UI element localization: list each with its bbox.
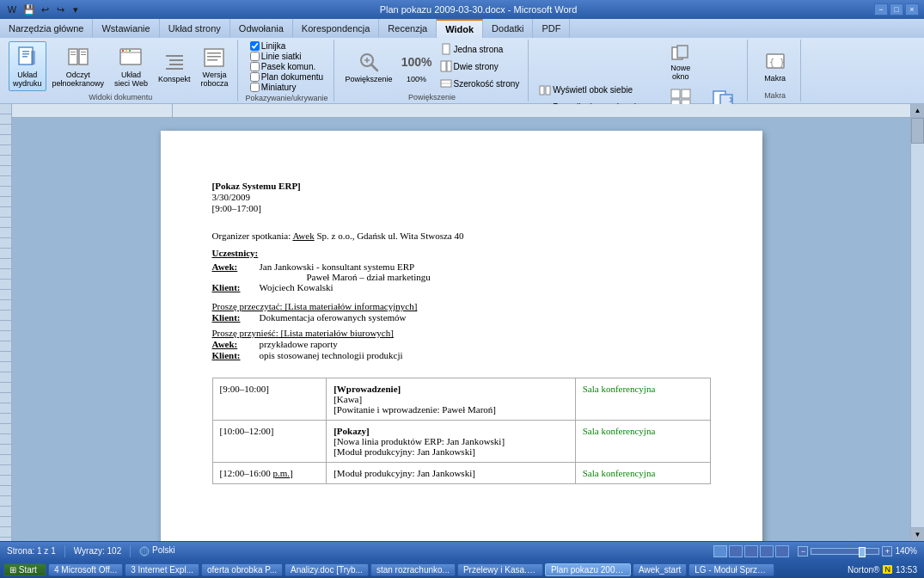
view-mode-3[interactable] (744, 545, 758, 557)
taskbar-item-2[interactable]: oferta obrobka P... (201, 563, 283, 576)
uklad-sieci-btn[interactable]: Układsieci Web (110, 41, 152, 91)
table-row: [10:00–12:00] [Pokazy] [Nowa linia produ… (212, 421, 710, 463)
tab-recenzja[interactable]: Recenzja (379, 19, 437, 38)
tab-wstawianie[interactable]: Wstawianie (93, 19, 159, 38)
document-page: [Pokaz Systemu ERP] 3/30/2009 [9:00–17:0… (161, 131, 762, 541)
norton-badge: Norton® (848, 565, 879, 575)
checkbox-linie-siatki[interactable]: Linie siatki (250, 52, 302, 61)
powiekszenie-group-label: Powiększenie (408, 91, 456, 101)
konspekt-label: Konspekt (158, 76, 191, 84)
zoom-out-btn[interactable]: − (798, 546, 808, 556)
uklad-sieci-icon (117, 44, 144, 71)
taskbar-item-8[interactable]: LG - Moduł Sprze... (688, 563, 774, 576)
doc-scroll-area[interactable]: [Pokaz Systemu ERP] 3/30/2009 [9:00–17:0… (12, 104, 910, 541)
activity-cell-2: [Pokazy] [Nowa linia produktów ERP: Jan … (327, 421, 576, 463)
main-wrapper: [Pokaz Systemu ERP] 3/30/2009 [9:00–17:0… (0, 104, 924, 541)
scroll-down-btn[interactable]: ▼ (911, 527, 924, 541)
taskbar-item-3[interactable]: Analizy.doc [Tryb... (285, 563, 369, 576)
widoki-label: Widoki dokumentu (89, 91, 152, 101)
powiekszenie-label: Powiększenie (346, 76, 393, 84)
zoom-pct-btn[interactable]: 140% (895, 546, 917, 556)
tab-dodatki[interactable]: Dodatki (483, 19, 533, 38)
scrollbar-right[interactable]: ▲ ▼ (910, 104, 924, 541)
checkbox-linijka[interactable]: Linijka (250, 41, 285, 51)
view-mode-4[interactable] (760, 545, 774, 557)
taskbar-item-5[interactable]: Przelewy i Kasa.d... (457, 563, 543, 576)
jedna-strona-btn[interactable]: Jedna strona (437, 41, 523, 57)
participants-label: Uczestnicy: (212, 248, 711, 258)
tab-korespondencja[interactable]: Korespondencja (293, 19, 380, 38)
table-row: [12:00–16:00 p.m.] [Moduł produkcyjny: J… (212, 463, 710, 484)
zoom-slider[interactable] (811, 548, 879, 555)
odczyt-btn[interactable]: Odczytpełnoekranowy (48, 41, 109, 91)
svg-point-12 (122, 50, 124, 52)
redo-quick-btn[interactable]: ↪ (53, 3, 67, 16)
100pct-btn[interactable]: 100% 100% (399, 46, 435, 87)
doc-header: [Pokaz Systemu ERP] 3/30/2009 [9:00–17:0… (212, 181, 711, 213)
view-mode-2[interactable] (729, 545, 743, 557)
bring-klient-line: Klient: opis stosowanej technologii prod… (212, 350, 711, 360)
svg-rect-27 (443, 44, 450, 54)
svg-rect-1 (22, 51, 29, 52)
tab-pdf[interactable]: PDF (533, 19, 570, 38)
nowe-okno-btn[interactable]: Noweokno (659, 41, 702, 84)
zoom-in-btn[interactable]: + (882, 546, 892, 556)
tab-widok[interactable]: Widok (437, 19, 483, 38)
start-btn[interactable]: ⊞ Start (3, 563, 46, 576)
taskbar-item-4[interactable]: stan rozrachunko... (370, 563, 456, 576)
powiekszenie-btn[interactable]: Powiększenie (341, 46, 397, 87)
status-bar: Strona: 1 z 1 Wyrazy: 102 Polski − + 140… (0, 541, 924, 560)
scroll-up-btn[interactable]: ▲ (911, 104, 924, 118)
view-mode-5[interactable] (775, 545, 789, 557)
wyswietl-obok-btn[interactable]: Wyświetl obok siebie (535, 83, 658, 98)
status-sep1 (64, 545, 65, 557)
read-section: Proszę przeczytać: [Lista materiałów inf… (212, 301, 711, 323)
checkbox-miniatury[interactable]: Miniatury (250, 83, 297, 92)
view-mode-1[interactable] (713, 545, 727, 557)
scroll-thumb[interactable] (911, 118, 924, 144)
svg-rect-3 (22, 56, 28, 58)
zoom-thumb[interactable] (859, 547, 866, 557)
title-bar-left: W 💾 ↩ ↪ ▾ (5, 3, 83, 16)
svg-rect-6 (79, 49, 88, 65)
taskbar-item-1[interactable]: 3 Internet Expl... (125, 563, 199, 576)
taskbar: ⊞ Start 4 Microsoft Off... 3 Internet Ex… (0, 560, 924, 578)
close-btn[interactable]: × (905, 3, 919, 15)
status-right: − + 140% (713, 545, 917, 557)
checkbox-pasek-komun[interactable]: Pasek komun. (250, 62, 315, 71)
save-quick-btn[interactable]: 💾 (22, 3, 36, 16)
doc-date: 3/30/2009 (212, 192, 711, 202)
widoki-buttons: Układwydruku Odczytpełnoekranowy Układsi… (9, 41, 232, 91)
100pct-icon: 100% (403, 48, 431, 76)
wersja-robocza-btn[interactable]: Wersjarobocza (196, 41, 232, 91)
powiekszenie-icon (355, 48, 382, 76)
title-bar-title: Plan pokazu 2009-03-30.docx - Microsoft … (83, 4, 874, 15)
checkbox-plan-dok[interactable]: Plan dokumentu (250, 72, 323, 82)
nowe-okno-label: Noweokno (670, 65, 690, 82)
taskbar-item-7[interactable]: Awek_start (633, 563, 687, 576)
dwie-strony-btn[interactable]: Dwie strony (437, 58, 523, 74)
horizontal-ruler (12, 104, 910, 118)
undo-quick-btn[interactable]: ↩ (38, 3, 52, 16)
bring-awek-line: Awek: przykładowe raporty (212, 339, 711, 349)
uklad-wydruku-btn[interactable]: Układwydruku (9, 41, 46, 91)
svg-rect-28 (441, 61, 446, 71)
dropdown-quick-btn[interactable]: ▾ (69, 3, 83, 16)
makra-btn[interactable]: { } Makra (757, 45, 793, 86)
szerokosc-strony-btn[interactable]: Szerokość strony (437, 76, 523, 91)
svg-rect-4 (31, 51, 35, 65)
taskbar-item-6[interactable]: Plan pokazu 2009... (545, 563, 631, 576)
taskbar-time: Norton® N 13:53 (848, 565, 921, 575)
taskbar-item-0[interactable]: 4 Microsoft Off... (48, 563, 123, 576)
maximize-btn[interactable]: □ (890, 3, 903, 15)
doc-viewport[interactable]: [Pokaz Systemu ERP] 3/30/2009 [9:00–17:0… (12, 118, 910, 541)
svg-rect-22 (207, 59, 217, 61)
minimize-btn[interactable]: − (874, 3, 888, 15)
doc-organizer-section: Organizer spotkania: Awek Sp. z o.o., Gd… (212, 231, 711, 241)
konspekt-btn[interactable]: Konspekt (154, 46, 195, 87)
tab-uklad-strony[interactable]: Układ strony (160, 19, 230, 38)
tab-odwolania[interactable]: Odwołania (230, 19, 293, 38)
tab-narzedzia[interactable]: Narzędzia główne (0, 19, 93, 38)
ribbon: Narzędzia główne Wstawianie Układ strony… (0, 19, 924, 104)
read-klient-line: Klient: Dokumentacja oferowanych systemó… (212, 312, 711, 323)
